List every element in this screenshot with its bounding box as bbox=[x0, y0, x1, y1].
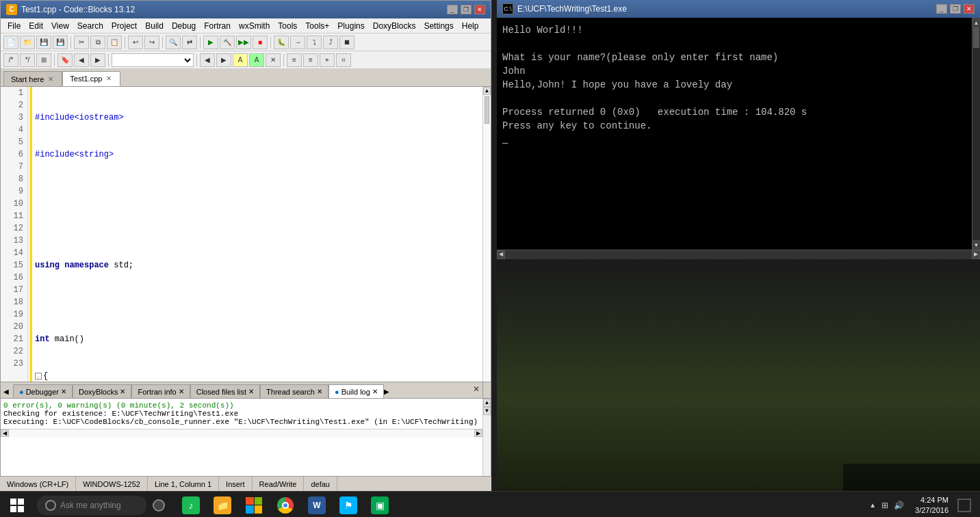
console-vscrollbar[interactable]: ▲ ▼ bbox=[972, 18, 980, 250]
console-scroll-down[interactable]: ▼ bbox=[972, 240, 980, 250]
paste-btn[interactable]: 📋 bbox=[107, 36, 122, 49]
menu-project[interactable]: Project bbox=[107, 20, 141, 32]
taskbar-search[interactable]: Ask me anything bbox=[37, 496, 146, 515]
logs-hscroll-left[interactable]: ◀ bbox=[1, 429, 9, 437]
logs-tab-build-log-close[interactable]: ✕ bbox=[372, 388, 378, 395]
taskbar-app-8[interactable]: ▣ bbox=[365, 492, 394, 518]
logs-tab-debugger[interactable]: ● Debugger ✕ bbox=[13, 384, 73, 398]
console-scroll-up[interactable]: ▲ bbox=[972, 18, 980, 27]
logs-tab-closed-files[interactable]: Closed files list ✕ bbox=[190, 384, 260, 398]
restore-button[interactable]: ❐ bbox=[461, 5, 472, 14]
tray-arrow[interactable]: ▲ bbox=[869, 501, 876, 509]
menu-settings[interactable]: Settings bbox=[420, 20, 457, 32]
comment-btn[interactable]: /* bbox=[3, 53, 18, 67]
logs-tab-doxyblocks-close[interactable]: ✕ bbox=[120, 388, 125, 395]
console-hscroll-left[interactable]: ◀ bbox=[497, 250, 505, 259]
find-btn[interactable]: 🔍 bbox=[166, 36, 181, 49]
stop-btn[interactable]: ■ bbox=[253, 36, 268, 49]
logs-hscroll-track[interactable] bbox=[9, 429, 474, 437]
menu-tools[interactable]: Tools bbox=[274, 20, 301, 32]
menu-help[interactable]: Help bbox=[458, 20, 483, 32]
build-btn[interactable]: 🔨 bbox=[220, 36, 235, 49]
taskbar-app-spotify[interactable]: ♪ bbox=[177, 492, 205, 518]
logs-tab-doxyblocks[interactable]: DoxyBlocks ✕ bbox=[73, 384, 131, 398]
console-hscroll-right[interactable]: ▶ bbox=[972, 250, 980, 259]
menu-wxsmith[interactable]: wxSmith bbox=[235, 20, 274, 32]
menu-view[interactable]: View bbox=[47, 20, 73, 32]
step-over-btn[interactable]: ⤵ bbox=[307, 36, 322, 49]
tab-start-here-close[interactable]: ✕ bbox=[47, 75, 55, 83]
system-clock[interactable]: 4:24 PM 3/27/2016 bbox=[912, 495, 951, 515]
undo-btn[interactable]: ↩ bbox=[128, 36, 143, 49]
menu-debug[interactable]: Debug bbox=[168, 20, 200, 32]
misc-btn1[interactable]: ≡ bbox=[287, 53, 302, 67]
menu-doxyblocks[interactable]: DoxyBlocks bbox=[369, 20, 420, 32]
back-btn[interactable]: ◀ bbox=[200, 53, 215, 67]
menu-search[interactable]: Search bbox=[73, 20, 107, 32]
next-bookmark-btn[interactable]: ▶ bbox=[90, 53, 105, 67]
clear-highlight-btn[interactable]: ✕ bbox=[266, 53, 281, 67]
start-button[interactable] bbox=[0, 492, 34, 518]
logs-scroll-down[interactable]: ▼ bbox=[483, 407, 491, 415]
redo-btn[interactable]: ↪ bbox=[144, 36, 159, 49]
fold-box-8[interactable]: - bbox=[35, 373, 42, 380]
prev-bookmark-btn[interactable]: ◀ bbox=[74, 53, 89, 67]
logs-hscroll-right[interactable]: ▶ bbox=[474, 429, 482, 437]
misc-btn2[interactable]: ≡ bbox=[303, 53, 318, 67]
logs-tab-fortran-close[interactable]: ✕ bbox=[179, 388, 184, 395]
logs-tab-thread-search[interactable]: Thread search ✕ bbox=[260, 384, 328, 398]
tab-start-here[interactable]: Start here ✕ bbox=[3, 71, 62, 86]
logs-tab-build-log[interactable]: ● Build log ✕ bbox=[328, 384, 384, 398]
save-all-btn[interactable]: 💾 bbox=[53, 36, 68, 49]
scroll-thumb[interactable] bbox=[485, 96, 489, 124]
open-btn[interactable]: 📁 bbox=[20, 36, 35, 49]
forward-btn[interactable]: ▶ bbox=[216, 53, 231, 67]
highlight-btn[interactable]: A bbox=[233, 53, 248, 67]
logs-content[interactable]: 0 error(s), 0 warning(s) (0 minute(s), 2… bbox=[1, 399, 482, 429]
console-minimize[interactable]: _ bbox=[936, 4, 947, 14]
tab-test1-cpp[interactable]: Test1.cpp ✕ bbox=[62, 71, 120, 86]
logs-scroll-left[interactable]: ◀ bbox=[3, 384, 13, 398]
step-btn[interactable]: → bbox=[290, 36, 305, 49]
menu-tools2[interactable]: Tools+ bbox=[301, 20, 333, 32]
taskbar-app-7[interactable]: ⚑ bbox=[334, 492, 363, 518]
stop-debug-btn[interactable]: ⏹ bbox=[339, 36, 354, 49]
bookmark-btn[interactable]: 🔖 bbox=[57, 53, 73, 67]
taskbar-app-explorer[interactable]: 📁 bbox=[208, 492, 237, 518]
misc-btn3[interactable]: ⌖ bbox=[320, 53, 335, 67]
uncomment-btn[interactable]: */ bbox=[20, 53, 35, 67]
console-close[interactable]: ✕ bbox=[964, 4, 975, 14]
logs-hscrollbar[interactable]: ◀ ▶ bbox=[1, 429, 482, 437]
menu-build[interactable]: Build bbox=[141, 20, 168, 32]
copy-btn[interactable]: ⧉ bbox=[90, 36, 105, 49]
tray-volume[interactable]: 🔊 bbox=[894, 501, 904, 510]
logs-tab-fortran[interactable]: Fortran info ✕ bbox=[131, 384, 190, 398]
misc-btn4[interactable]: ⌗ bbox=[336, 53, 351, 67]
logs-tab-closed-files-close[interactable]: ✕ bbox=[248, 388, 254, 395]
menu-edit[interactable]: Edit bbox=[25, 20, 47, 32]
logs-close-all-btn[interactable]: ✕ bbox=[473, 384, 480, 394]
debug-btn[interactable]: 🐛 bbox=[274, 36, 289, 49]
taskbar-app-word[interactable]: W bbox=[302, 492, 331, 518]
replace-btn[interactable]: ⇄ bbox=[182, 36, 197, 49]
new-btn[interactable]: 📄 bbox=[3, 36, 18, 49]
cortana-button[interactable] bbox=[146, 492, 171, 518]
menu-plugins[interactable]: Plugins bbox=[333, 20, 368, 32]
menu-file[interactable]: File bbox=[3, 20, 25, 32]
console-restore[interactable]: ❐ bbox=[950, 4, 961, 14]
cut-btn[interactable]: ✂ bbox=[74, 36, 89, 49]
console-output[interactable]: Hello World!!! What is your name?(please… bbox=[497, 18, 972, 250]
minimize-button[interactable]: _ bbox=[447, 5, 458, 14]
taskbar-app-windows-store[interactable] bbox=[240, 492, 268, 518]
build-run-btn[interactable]: ▶▶ bbox=[236, 36, 251, 49]
save-btn[interactable]: 💾 bbox=[36, 36, 51, 49]
run-btn[interactable]: ▶ bbox=[203, 36, 218, 49]
scope-dropdown[interactable] bbox=[112, 53, 194, 67]
logs-tab-thread-search-close[interactable]: ✕ bbox=[317, 388, 322, 395]
taskbar-app-chrome[interactable] bbox=[271, 492, 300, 518]
menu-fortran[interactable]: Fortran bbox=[200, 20, 235, 32]
logs-tab-debugger-close[interactable]: ✕ bbox=[61, 388, 66, 395]
console-scroll-thumb[interactable] bbox=[973, 27, 979, 48]
close-button[interactable]: ✕ bbox=[474, 5, 485, 14]
console-hscrollbar[interactable]: ◀ ▶ bbox=[497, 250, 980, 259]
